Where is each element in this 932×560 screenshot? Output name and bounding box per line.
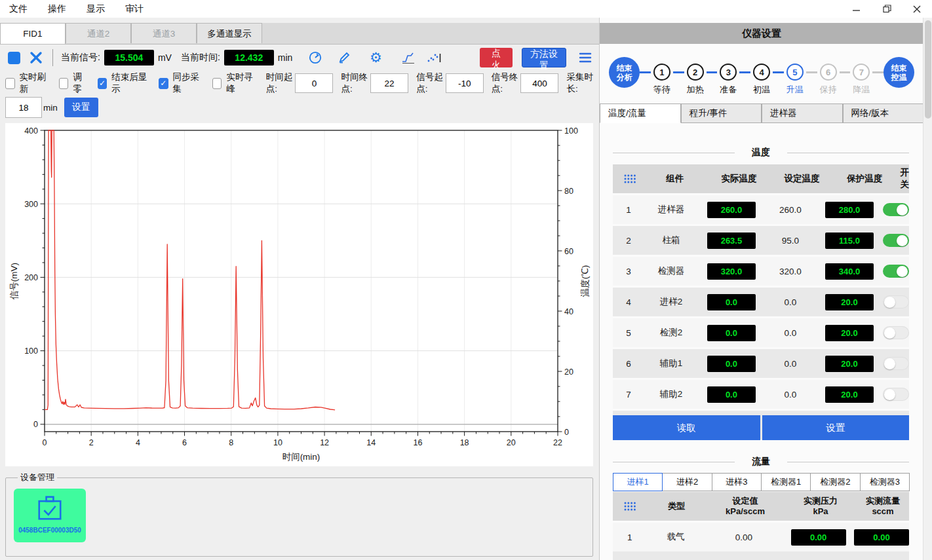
pencil-icon[interactable] bbox=[336, 49, 353, 66]
protect-temp-cell: 340.0 bbox=[816, 263, 883, 280]
checkbox-realtime-refresh[interactable] bbox=[5, 78, 15, 89]
panel-scrollbar[interactable] bbox=[923, 18, 932, 560]
temp-switch-toggle-检测器[interactable] bbox=[883, 265, 909, 278]
flow-table: 类型设定值kPa/sccm实测压力kPa实测流量sccm1载气0.000.000… bbox=[613, 492, 909, 553]
restore-button[interactable] bbox=[872, 0, 902, 18]
flow-tab-inlet1[interactable]: 进样1 bbox=[613, 473, 663, 491]
checkbox-show-after-end[interactable]: ✓ bbox=[98, 78, 107, 89]
tab-network-version[interactable]: 网络/版本 bbox=[843, 103, 924, 123]
set-temp-cell: 320.0 bbox=[765, 267, 816, 276]
duration-set-button[interactable]: 设置 bbox=[64, 98, 98, 117]
temp-switch-toggle-辅助2[interactable] bbox=[883, 388, 909, 401]
tab-multichannel[interactable]: 多通道显示 bbox=[197, 23, 262, 43]
svg-text:18: 18 bbox=[460, 438, 469, 447]
read-button[interactable]: 读取 bbox=[613, 415, 760, 440]
checkbox-label-zero: 调零 bbox=[73, 71, 87, 95]
menu-file[interactable]: 文件 bbox=[9, 3, 39, 15]
step-connector bbox=[806, 71, 817, 73]
baseline-curve-icon[interactable] bbox=[400, 49, 417, 66]
time-start-input[interactable] bbox=[295, 73, 333, 93]
tab-channel2[interactable]: 通道2 bbox=[66, 23, 131, 43]
svg-text:200: 200 bbox=[24, 273, 38, 282]
set-button[interactable]: 设置 bbox=[762, 415, 910, 440]
step-circle-6: 6 bbox=[820, 64, 837, 81]
option-sync-acquire: ✓同步采集 bbox=[159, 71, 203, 95]
method-settings-button[interactable]: 方法设置 bbox=[522, 48, 566, 67]
svg-text:100: 100 bbox=[564, 126, 578, 136]
flow-tab-inlet3[interactable]: 进样3 bbox=[712, 473, 762, 491]
toggle-knob bbox=[884, 327, 895, 339]
tab-injector[interactable]: 进样器 bbox=[762, 103, 843, 123]
list-menu-icon[interactable] bbox=[577, 49, 594, 66]
menu-audit[interactable]: 审计 bbox=[125, 3, 155, 15]
field-label-signal-start: 信号起点: bbox=[416, 71, 443, 95]
minimize-button[interactable] bbox=[842, 0, 872, 18]
end-analysis-button[interactable]: 结束分析 bbox=[609, 57, 640, 88]
field-label-time-start: 时间起点: bbox=[266, 71, 293, 95]
end-temp-control-button[interactable]: 结束控温 bbox=[883, 57, 914, 88]
channel-tab-bar: FID1通道2通道3多通道显示 bbox=[0, 23, 599, 45]
close-button[interactable] bbox=[902, 0, 932, 18]
temp-switch-toggle-进样2[interactable] bbox=[883, 295, 909, 308]
panel-title: 仪器设置 bbox=[600, 23, 923, 44]
grid-dots-icon bbox=[623, 174, 636, 184]
row-index: 4 bbox=[613, 297, 644, 307]
tab-temp-flow[interactable]: 温度/流量 bbox=[600, 103, 681, 123]
protect-temp-cell: 280.0 bbox=[816, 202, 883, 218]
switch-cell bbox=[883, 203, 909, 216]
flow-tab-detector2[interactable]: 检测器2 bbox=[810, 473, 860, 491]
checkbox-sync-acquire[interactable]: ✓ bbox=[159, 78, 168, 89]
flow-tab-inlet2[interactable]: 进样2 bbox=[662, 473, 712, 491]
time-end-input[interactable] bbox=[370, 73, 408, 93]
step-circle-1: 1 bbox=[653, 64, 670, 81]
toggle-knob bbox=[884, 358, 895, 369]
menu-display[interactable]: 显示 bbox=[87, 3, 116, 15]
device-management-group: 设备管理 0458BCEF00003D50 bbox=[5, 472, 593, 557]
tab-channel3[interactable]: 通道3 bbox=[131, 23, 197, 43]
tab-fid1[interactable]: FID1 bbox=[0, 23, 66, 44]
svg-text:0: 0 bbox=[564, 428, 569, 437]
step-label-1: 等待 bbox=[653, 84, 670, 96]
temp-row-进样2: 4进样20.00.020.0 bbox=[613, 288, 909, 316]
signal-start-input[interactable] bbox=[446, 73, 484, 93]
step-label-4: 初温 bbox=[753, 84, 770, 96]
lcd-display: 320.0 bbox=[707, 263, 756, 280]
peak-find-icon[interactable] bbox=[426, 49, 443, 66]
flow-header-pressure: 实测压力kPa bbox=[785, 496, 857, 517]
checkbox-realtime-peak-find[interactable] bbox=[212, 78, 222, 89]
temp-switch-toggle-辅助1[interactable] bbox=[883, 357, 909, 370]
step-connector bbox=[840, 71, 851, 73]
actual-temp-cell: 260.0 bbox=[698, 202, 765, 218]
device-box-icon bbox=[33, 491, 67, 525]
menu-operation[interactable]: 操作 bbox=[48, 3, 77, 15]
temperature-section-title: 温度 bbox=[613, 146, 909, 159]
set-temp-cell: 0.0 bbox=[765, 328, 816, 338]
temperature-buttons: 读取 设置 bbox=[613, 415, 909, 440]
component-name: 检测器 bbox=[644, 265, 698, 277]
switch-cell bbox=[883, 388, 909, 401]
duration-row: min 设置 bbox=[0, 96, 98, 119]
svg-text:60: 60 bbox=[564, 247, 573, 256]
checkbox-zero[interactable] bbox=[59, 78, 68, 89]
tab-program-events[interactable]: 程升/事件 bbox=[681, 103, 762, 123]
temp-switch-toggle-检测2[interactable] bbox=[883, 326, 909, 339]
svg-text:信号(mV): 信号(mV) bbox=[9, 263, 19, 300]
stop-icon[interactable] bbox=[5, 49, 22, 66]
duration-input[interactable] bbox=[5, 97, 42, 118]
signal-end-input[interactable] bbox=[520, 73, 558, 93]
flow-tab-detector3[interactable]: 检测器3 bbox=[860, 473, 910, 491]
scrollbar-thumb[interactable] bbox=[925, 20, 931, 119]
settings-gear-icon[interactable]: ⚙ bbox=[367, 49, 384, 66]
temp-switch-toggle-柱箱[interactable] bbox=[883, 234, 909, 247]
flow-table-header: 类型设定值kPa/sccm实测压力kPa实测流量sccm bbox=[613, 492, 909, 521]
timer-gauge-icon[interactable] bbox=[307, 49, 324, 66]
set-temp-cell: 0.0 bbox=[765, 359, 816, 369]
ignite-button[interactable]: 点火 bbox=[480, 48, 513, 67]
field-label-signal-end: 信号终点: bbox=[492, 71, 518, 95]
component-name: 辅助1 bbox=[644, 358, 698, 369]
flow-tab-detector1[interactable]: 检测器1 bbox=[761, 473, 811, 491]
cancel-icon[interactable] bbox=[28, 49, 45, 66]
device-tile[interactable]: 0458BCEF00003D50 bbox=[14, 489, 86, 542]
svg-text:20: 20 bbox=[564, 367, 573, 377]
temp-switch-toggle-进样器[interactable] bbox=[883, 203, 909, 216]
